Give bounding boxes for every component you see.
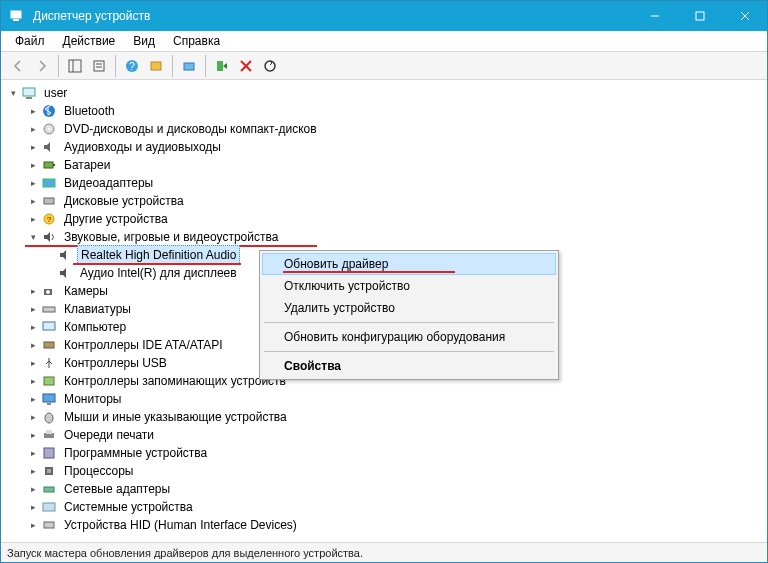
expand-icon[interactable]: ▸ [27, 213, 39, 225]
expand-icon[interactable]: ▸ [27, 177, 39, 189]
menu-action[interactable]: Действие [55, 32, 124, 50]
expand-icon[interactable]: ▸ [27, 375, 39, 387]
maximize-button[interactable] [677, 1, 722, 31]
tree-item-network[interactable]: ▸Сетевые адаптеры [3, 480, 765, 498]
svg-rect-20 [26, 97, 32, 99]
svg-rect-37 [47, 403, 51, 405]
expand-icon[interactable]: ▸ [27, 501, 39, 513]
audio-icon [41, 139, 57, 155]
tree-item-sound[interactable]: ▾ Звуковые, игровые и видеоустройства [3, 228, 765, 246]
svg-rect-45 [43, 503, 55, 511]
tree-item-print-queues[interactable]: ▸Очереди печати [3, 426, 765, 444]
expand-icon[interactable]: ▸ [27, 159, 39, 171]
monitor-icon [41, 391, 57, 407]
context-disable[interactable]: Отключить устройство [262, 275, 556, 297]
expand-icon[interactable]: ▸ [27, 339, 39, 351]
tree-item-disk-drives[interactable]: ▸Дисковые устройства [3, 192, 765, 210]
menu-file[interactable]: Файл [7, 32, 53, 50]
tree-item-cpu[interactable]: ▸Процессоры [3, 462, 765, 480]
tree-item-monitors[interactable]: ▸Мониторы [3, 390, 765, 408]
svg-rect-3 [696, 12, 704, 20]
statusbar: Запуск мастера обновления драйверов для … [1, 542, 767, 562]
expand-icon[interactable]: ▸ [27, 303, 39, 315]
computer-icon [41, 319, 57, 335]
svg-point-38 [45, 413, 53, 423]
menu-help[interactable]: Справка [165, 32, 228, 50]
svg-rect-43 [47, 469, 51, 473]
tree-item-hid[interactable]: ▸Устройства HID (Human Interface Devices… [3, 516, 765, 534]
menu-view[interactable]: Вид [125, 32, 163, 50]
close-button[interactable] [722, 1, 767, 31]
expand-icon[interactable]: ▸ [27, 123, 39, 135]
separator [115, 55, 116, 77]
svg-rect-46 [44, 522, 54, 528]
update-driver-button[interactable] [178, 55, 200, 77]
storage-icon [41, 373, 57, 389]
expand-icon[interactable]: ▸ [27, 393, 39, 405]
tree-item-mice[interactable]: ▸Мыши и иные указывающие устройства [3, 408, 765, 426]
action-button[interactable] [145, 55, 167, 77]
show-hide-tree-button[interactable] [64, 55, 86, 77]
tree-item-display-adapters[interactable]: ▸Видеоадаптеры [3, 174, 765, 192]
battery-icon [41, 157, 57, 173]
uninstall-button[interactable] [235, 55, 257, 77]
expand-icon[interactable]: ▸ [27, 141, 39, 153]
collapse-icon[interactable]: ▾ [7, 87, 19, 99]
tree-item-dvd[interactable]: ▸DVD-дисководы и дисководы компакт-диско… [3, 120, 765, 138]
minimize-button[interactable] [632, 1, 677, 31]
expand-icon[interactable]: ▸ [27, 519, 39, 531]
scan-hardware-button[interactable] [259, 55, 281, 77]
tree-item-bluetooth[interactable]: ▸Bluetooth [3, 102, 765, 120]
tree-item-system[interactable]: ▸Системные устройства [3, 498, 765, 516]
enable-button[interactable] [211, 55, 233, 77]
expand-icon[interactable]: ▸ [27, 429, 39, 441]
svg-rect-6 [69, 60, 81, 72]
tree-item-other[interactable]: ▸?Другие устройства [3, 210, 765, 228]
tree-root[interactable]: ▾ user [3, 84, 765, 102]
context-update-driver[interactable]: Обновить драйвер [262, 253, 556, 275]
svg-rect-41 [44, 448, 54, 458]
context-uninstall[interactable]: Удалить устройство [262, 297, 556, 319]
expand-icon[interactable]: ▸ [27, 465, 39, 477]
svg-rect-24 [44, 162, 53, 168]
window-title: Диспетчер устройств [33, 9, 632, 23]
cpu-icon [41, 463, 57, 479]
expand-icon[interactable]: ▸ [27, 483, 39, 495]
separator [58, 55, 59, 77]
svg-point-18 [265, 61, 275, 71]
expand-icon[interactable]: ▸ [27, 357, 39, 369]
svg-rect-19 [23, 88, 35, 96]
svg-rect-25 [53, 164, 55, 166]
expand-icon[interactable]: ▸ [27, 195, 39, 207]
properties-button[interactable] [88, 55, 110, 77]
sound-device-icon [57, 265, 73, 281]
mouse-icon [41, 409, 57, 425]
expand-icon[interactable]: ▸ [27, 105, 39, 117]
separator [264, 322, 554, 323]
display-adapter-icon [41, 175, 57, 191]
context-scan[interactable]: Обновить конфигурацию оборудования [262, 326, 556, 348]
svg-rect-1 [13, 19, 19, 21]
help-button[interactable]: ? [121, 55, 143, 77]
disc-icon [41, 121, 57, 137]
svg-rect-26 [43, 179, 55, 187]
computer-icon [21, 85, 37, 101]
expand-icon[interactable]: ▸ [27, 447, 39, 459]
ide-icon [41, 337, 57, 353]
tree-item-batteries[interactable]: ▸Батареи [3, 156, 765, 174]
network-icon [41, 481, 57, 497]
forward-button[interactable] [31, 55, 53, 77]
expand-icon[interactable]: ▸ [27, 411, 39, 423]
titlebar: Диспетчер устройств [1, 1, 767, 31]
collapse-icon[interactable]: ▾ [27, 231, 39, 243]
expand-icon[interactable]: ▸ [27, 321, 39, 333]
tree-item-software[interactable]: ▸Программные устройства [3, 444, 765, 462]
svg-rect-0 [11, 11, 21, 18]
back-button[interactable] [7, 55, 29, 77]
expand-icon[interactable]: ▸ [27, 285, 39, 297]
context-properties[interactable]: Свойства [262, 355, 556, 377]
status-text: Запуск мастера обновления драйверов для … [7, 547, 363, 559]
tree-item-audio-io[interactable]: ▸Аудиовходы и аудиовыходы [3, 138, 765, 156]
device-tree[interactable]: ▾ user ▸Bluetooth ▸DVD-дисководы и диско… [1, 80, 767, 542]
separator [264, 351, 554, 352]
